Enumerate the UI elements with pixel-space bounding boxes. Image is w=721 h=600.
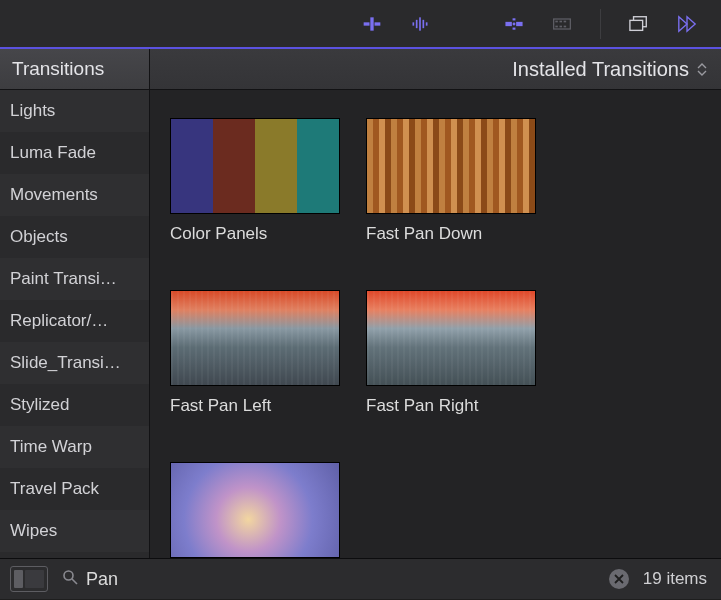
svg-line-23 — [72, 579, 77, 584]
transition-item-partial[interactable] — [170, 462, 340, 558]
svg-rect-19 — [564, 25, 567, 27]
svg-point-22 — [64, 571, 73, 580]
share-icon[interactable] — [677, 14, 697, 34]
dropdown-label: Installed Transitions — [512, 58, 689, 81]
clear-search-button[interactable] — [609, 569, 629, 589]
sidebar-item-wipes[interactable]: Wipes — [0, 510, 149, 552]
panel-title: Transitions — [0, 49, 150, 89]
thumbnail — [170, 118, 340, 214]
transition-item-fast-pan-down[interactable]: Fast Pan Down — [366, 118, 536, 244]
toolbar — [0, 0, 721, 49]
svg-rect-1 — [364, 22, 370, 25]
thumbnail — [170, 462, 340, 558]
sidebar-item-luma-fade[interactable]: Luma Fade — [0, 132, 149, 174]
sidebar-item-travel-pack[interactable]: Travel Pack — [0, 468, 149, 510]
sidebar-item-stylized[interactable]: Stylized — [0, 384, 149, 426]
sidebar-item-replicator[interactable]: Replicator/… — [0, 300, 149, 342]
svg-point-10 — [513, 22, 516, 25]
thumbnail-label: Fast Pan Right — [366, 396, 536, 416]
transition-grid: Color Panels Fast Pan Down Fast Pan Left… — [170, 118, 701, 558]
sidebar-item-lights[interactable]: Lights — [0, 90, 149, 132]
sidebar: Lights Luma Fade Movements Objects Paint… — [0, 90, 150, 558]
svg-rect-5 — [419, 17, 421, 30]
thumbnail — [170, 290, 340, 386]
svg-rect-6 — [423, 19, 425, 27]
main: Lights Luma Fade Movements Objects Paint… — [0, 90, 721, 558]
svg-rect-15 — [560, 20, 563, 22]
sidebar-item-objects[interactable]: Objects — [0, 216, 149, 258]
svg-rect-3 — [413, 22, 415, 25]
search-input-value: Pan — [86, 569, 601, 590]
svg-rect-2 — [375, 22, 381, 25]
footer: Pan 19 items — [0, 558, 721, 599]
transition-item-fast-pan-left[interactable]: Fast Pan Left — [170, 290, 340, 416]
svg-rect-12 — [513, 27, 516, 29]
thumbnail-label: Fast Pan Down — [366, 224, 536, 244]
svg-rect-9 — [516, 21, 522, 25]
window-layout-icon[interactable] — [629, 14, 649, 34]
thumbnail — [366, 118, 536, 214]
svg-rect-18 — [560, 25, 563, 27]
search-field[interactable]: Pan — [62, 569, 629, 590]
svg-rect-11 — [513, 18, 516, 20]
svg-rect-16 — [564, 20, 567, 22]
transitions-browser-icon[interactable] — [504, 14, 524, 34]
svg-rect-8 — [505, 21, 511, 25]
filmstrip-icon[interactable] — [552, 14, 572, 34]
sidebar-item-time-warp[interactable]: Time Warp — [0, 426, 149, 468]
svg-rect-21 — [630, 20, 643, 30]
updown-icon — [697, 63, 707, 76]
svg-rect-14 — [555, 20, 558, 22]
item-count: 19 items — [643, 569, 707, 589]
svg-rect-13 — [554, 19, 571, 29]
svg-rect-17 — [555, 25, 558, 27]
panel-header: Transitions Installed Transitions — [0, 49, 721, 90]
search-icon — [62, 569, 78, 590]
audio-wave-icon[interactable] — [410, 14, 430, 34]
thumbnail — [366, 290, 536, 386]
svg-rect-7 — [426, 22, 428, 25]
sidebar-item-slide-transitions[interactable]: Slide_Transi… — [0, 342, 149, 384]
thumbnail-label: Fast Pan Left — [170, 396, 340, 416]
content: Color Panels Fast Pan Down Fast Pan Left… — [150, 90, 721, 558]
svg-rect-4 — [416, 19, 418, 27]
thumbnail-label: Color Panels — [170, 224, 340, 244]
sidebar-item-paint-transitions[interactable]: Paint Transi… — [0, 258, 149, 300]
sidebar-toggle-icon[interactable] — [10, 566, 48, 592]
trim-icon[interactable] — [362, 14, 382, 34]
transition-item-color-panels[interactable]: Color Panels — [170, 118, 340, 244]
sidebar-item-movements[interactable]: Movements — [0, 174, 149, 216]
svg-rect-0 — [370, 17, 373, 30]
toolbar-separator — [600, 9, 601, 39]
transition-item-fast-pan-right[interactable]: Fast Pan Right — [366, 290, 536, 416]
transitions-source-dropdown[interactable]: Installed Transitions — [150, 49, 721, 89]
